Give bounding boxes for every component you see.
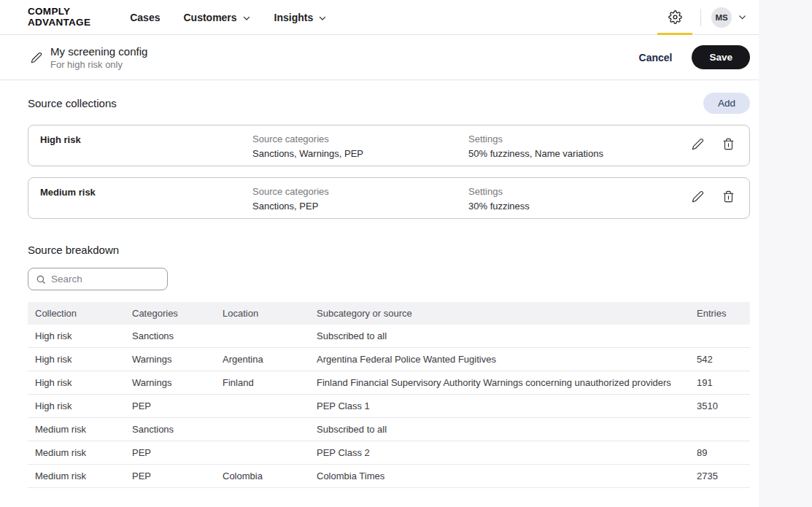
delete-collection-button[interactable]	[722, 138, 735, 150]
page-right-gutter	[759, 0, 812, 507]
nav-item-customers[interactable]: Customers	[174, 6, 259, 29]
main-content: Source collections Add High risk Source …	[0, 93, 759, 488]
collection-categories: Source categories Sanctions, Warnings, P…	[252, 133, 468, 159]
header-actions: Cancel Save	[639, 45, 750, 69]
settings-value: 30% fuzziness	[468, 201, 684, 212]
active-tab-indicator	[657, 33, 692, 35]
cell-subcategory: PEP Class 1	[309, 395, 689, 418]
cell-collection: Medium risk	[28, 465, 125, 488]
cell-collection: High risk	[28, 371, 125, 395]
trash-icon	[722, 190, 735, 203]
cell-categories: PEP	[125, 441, 215, 465]
edit-title-icon[interactable]	[31, 52, 42, 63]
column-header-entries: Entries	[689, 302, 750, 325]
cell-location	[215, 325, 309, 348]
page-title: My screening config	[50, 45, 147, 58]
cell-location	[215, 395, 309, 418]
cell-collection: Medium risk	[28, 441, 125, 465]
collection-name: High risk	[40, 133, 252, 145]
source-breakdown-table: Collection Categories Location Subcatego…	[28, 302, 750, 488]
cell-location: Colombia	[215, 465, 309, 488]
collection-card-medium-risk: Medium risk Source categories Sanctions,…	[28, 177, 750, 219]
table-row: High risk Warnings Argentina Argentina F…	[28, 348, 750, 371]
table-row: High risk Warnings Finland Finland Finan…	[28, 371, 750, 395]
nav-item-insights[interactable]: Insights	[266, 6, 336, 29]
edit-collection-button[interactable]	[692, 138, 704, 150]
cell-subcategory: Argentina Federal Police Wanted Fugitive…	[309, 348, 689, 371]
cell-subcategory: Finland Financial Supervisory Authority …	[309, 371, 689, 395]
settings-button[interactable]	[657, 0, 693, 34]
main-nav: Cases Customers Insights	[121, 6, 336, 29]
divider	[700, 9, 701, 26]
nav-item-cases[interactable]: Cases	[121, 6, 169, 29]
source-breakdown-title: Source breakdown	[28, 244, 750, 256]
cell-categories: Sanctions	[125, 325, 215, 348]
cell-entries: 2735	[689, 465, 750, 488]
categories-label: Source categories	[252, 133, 468, 144]
cell-subcategory: Colombia Times	[309, 465, 689, 488]
topnav-right: MS	[657, 0, 747, 34]
categories-value: Sanctions, PEP	[252, 201, 468, 212]
delete-collection-button[interactable]	[722, 190, 735, 203]
cell-collection: Medium risk	[28, 418, 125, 441]
nav-item-label: Customers	[183, 12, 236, 23]
cell-collection: High risk	[28, 348, 125, 371]
collection-card-high-risk: High risk Source categories Sanctions, W…	[28, 125, 750, 166]
gear-icon	[668, 10, 682, 24]
search-input[interactable]	[51, 274, 160, 285]
settings-label: Settings	[468, 186, 684, 197]
avatar: MS	[711, 7, 732, 28]
cell-categories: Warnings	[125, 348, 215, 371]
chevron-down-icon	[318, 13, 327, 22]
cell-subcategory: Subscribed to all	[309, 325, 689, 348]
comply-advantage-logo[interactable]: COMPLY ADVANTAGE	[28, 7, 90, 27]
search-icon	[36, 274, 46, 285]
pencil-icon	[692, 138, 704, 150]
pencil-icon	[692, 190, 704, 203]
title-block: My screening config For high risk only	[50, 45, 147, 70]
cell-categories: Warnings	[125, 371, 215, 395]
chevron-down-icon	[738, 12, 747, 22]
table-row: Medium risk PEP Colombia Colombia Times …	[28, 465, 750, 488]
cell-entries: 191	[689, 371, 750, 395]
collection-name: Medium risk	[40, 186, 252, 198]
cell-entries: 89	[689, 441, 750, 465]
cell-categories: PEP	[125, 465, 215, 488]
cell-location: Finland	[215, 371, 309, 395]
collection-categories: Source categories Sanctions, PEP	[252, 186, 468, 212]
cell-location	[215, 441, 309, 465]
table-row: High risk Sanctions Subscribed to all	[28, 325, 750, 348]
page-header: My screening config For high risk only C…	[0, 35, 759, 80]
categories-value: Sanctions, Warnings, PEP	[252, 148, 468, 159]
table-row: Medium risk PEP PEP Class 2 89	[28, 441, 750, 465]
source-collections-title: Source collections	[28, 97, 117, 109]
categories-label: Source categories	[252, 186, 468, 197]
top-nav: COMPLY ADVANTAGE Cases Customers Insight…	[0, 0, 759, 35]
column-header-location: Location	[215, 302, 309, 325]
trash-icon	[722, 138, 735, 150]
logo-line-2: ADVANTAGE	[28, 18, 90, 28]
table-row: High risk PEP PEP Class 1 3510	[28, 395, 750, 418]
add-collection-button[interactable]: Add	[703, 93, 750, 114]
cell-entries	[689, 418, 750, 441]
source-collections-header: Source collections Add	[28, 93, 750, 114]
card-actions	[692, 186, 735, 203]
cell-collection: High risk	[28, 325, 125, 348]
cell-subcategory: Subscribed to all	[309, 418, 689, 441]
settings-label: Settings	[468, 133, 684, 144]
cell-location	[215, 418, 309, 441]
save-button[interactable]: Save	[692, 45, 750, 69]
column-header-collection: Collection	[28, 302, 125, 325]
table-row: Medium risk Sanctions Subscribed to all	[28, 418, 750, 441]
user-menu[interactable]: MS	[711, 7, 747, 28]
cancel-button[interactable]: Cancel	[639, 52, 673, 63]
page-subtitle: For high risk only	[50, 59, 147, 70]
cell-categories: PEP	[125, 395, 215, 418]
cell-collection: High risk	[28, 395, 125, 418]
column-header-categories: Categories	[125, 302, 215, 325]
edit-collection-button[interactable]	[692, 190, 704, 203]
cell-entries: 3510	[689, 395, 750, 418]
logo-line-1: COMPLY	[28, 7, 90, 17]
card-actions	[692, 133, 735, 150]
cell-location: Argentina	[215, 348, 309, 371]
